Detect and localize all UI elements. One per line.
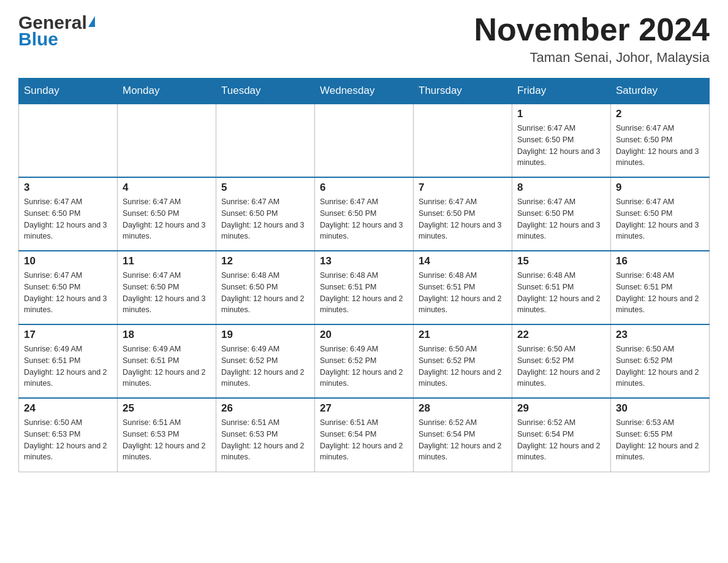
- day-info: Sunrise: 6:51 AM Sunset: 6:53 PM Dayligh…: [123, 417, 211, 463]
- calendar-cell: 3Sunrise: 6:47 AM Sunset: 6:50 PM Daylig…: [19, 177, 118, 251]
- calendar-cell: 24Sunrise: 6:50 AM Sunset: 6:53 PM Dayli…: [19, 398, 118, 472]
- day-number: 11: [123, 255, 211, 267]
- calendar-table: SundayMondayTuesdayWednesdayThursdayFrid…: [18, 78, 710, 472]
- logo-triangle-icon: [88, 16, 95, 27]
- day-number: 2: [616, 108, 704, 120]
- logo: General Blue: [18, 12, 95, 48]
- day-info: Sunrise: 6:50 AM Sunset: 6:52 PM Dayligh…: [616, 343, 704, 389]
- calendar-cell: 16Sunrise: 6:48 AM Sunset: 6:51 PM Dayli…: [611, 251, 710, 324]
- calendar-cell: 27Sunrise: 6:51 AM Sunset: 6:54 PM Dayli…: [315, 398, 414, 472]
- calendar-cell: 17Sunrise: 6:49 AM Sunset: 6:51 PM Dayli…: [19, 324, 118, 398]
- calendar-cell: [19, 104, 118, 177]
- day-number: 20: [320, 329, 408, 341]
- day-number: 5: [221, 182, 309, 194]
- day-number: 16: [616, 255, 704, 267]
- month-title: November 2024: [474, 12, 710, 47]
- day-number: 24: [24, 402, 112, 415]
- day-info: Sunrise: 6:48 AM Sunset: 6:51 PM Dayligh…: [517, 270, 605, 316]
- calendar-cell: 13Sunrise: 6:48 AM Sunset: 6:51 PM Dayli…: [315, 251, 414, 324]
- calendar-cell: 21Sunrise: 6:50 AM Sunset: 6:52 PM Dayli…: [414, 324, 512, 398]
- day-header-sunday: Sunday: [19, 79, 118, 104]
- day-info: Sunrise: 6:47 AM Sunset: 6:50 PM Dayligh…: [123, 270, 211, 316]
- day-number: 4: [123, 182, 211, 194]
- title-area: November 2024 Taman Senai, Johor, Malays…: [474, 12, 710, 66]
- day-info: Sunrise: 6:48 AM Sunset: 6:50 PM Dayligh…: [221, 270, 309, 316]
- day-header-monday: Monday: [118, 79, 216, 104]
- day-number: 21: [419, 329, 507, 341]
- calendar-cell: 14Sunrise: 6:48 AM Sunset: 6:51 PM Dayli…: [414, 251, 512, 324]
- day-info: Sunrise: 6:48 AM Sunset: 6:51 PM Dayligh…: [320, 270, 408, 316]
- day-number: 18: [123, 329, 211, 341]
- calendar-cell: 1Sunrise: 6:47 AM Sunset: 6:50 PM Daylig…: [512, 104, 611, 177]
- day-info: Sunrise: 6:50 AM Sunset: 6:53 PM Dayligh…: [24, 417, 112, 463]
- calendar-cell: 15Sunrise: 6:48 AM Sunset: 6:51 PM Dayli…: [512, 251, 611, 324]
- day-number: 23: [616, 329, 704, 341]
- calendar-cell: 25Sunrise: 6:51 AM Sunset: 6:53 PM Dayli…: [118, 398, 216, 472]
- day-info: Sunrise: 6:48 AM Sunset: 6:51 PM Dayligh…: [616, 270, 704, 316]
- day-info: Sunrise: 6:47 AM Sunset: 6:50 PM Dayligh…: [616, 123, 704, 169]
- day-info: Sunrise: 6:47 AM Sunset: 6:50 PM Dayligh…: [24, 196, 112, 242]
- calendar-cell: 23Sunrise: 6:50 AM Sunset: 6:52 PM Dayli…: [611, 324, 710, 398]
- day-info: Sunrise: 6:47 AM Sunset: 6:50 PM Dayligh…: [123, 196, 211, 242]
- day-info: Sunrise: 6:48 AM Sunset: 6:51 PM Dayligh…: [419, 270, 507, 316]
- day-info: Sunrise: 6:49 AM Sunset: 6:51 PM Dayligh…: [24, 343, 112, 389]
- page-header: General Blue November 2024 Taman Senai, …: [18, 12, 710, 66]
- day-header-friday: Friday: [512, 79, 611, 104]
- calendar-cell: 20Sunrise: 6:49 AM Sunset: 6:52 PM Dayli…: [315, 324, 414, 398]
- day-info: Sunrise: 6:47 AM Sunset: 6:50 PM Dayligh…: [517, 196, 605, 242]
- day-number: 3: [24, 182, 112, 194]
- week-row-5: 24Sunrise: 6:50 AM Sunset: 6:53 PM Dayli…: [19, 398, 710, 472]
- day-info: Sunrise: 6:47 AM Sunset: 6:50 PM Dayligh…: [320, 196, 408, 242]
- calendar-cell: 2Sunrise: 6:47 AM Sunset: 6:50 PM Daylig…: [611, 104, 710, 177]
- calendar-cell: 26Sunrise: 6:51 AM Sunset: 6:53 PM Dayli…: [216, 398, 315, 472]
- day-info: Sunrise: 6:49 AM Sunset: 6:52 PM Dayligh…: [221, 343, 309, 389]
- day-number: 28: [419, 402, 507, 415]
- day-number: 8: [517, 182, 605, 194]
- day-number: 25: [123, 402, 211, 415]
- day-info: Sunrise: 6:47 AM Sunset: 6:50 PM Dayligh…: [517, 123, 605, 169]
- calendar-cell: 8Sunrise: 6:47 AM Sunset: 6:50 PM Daylig…: [512, 177, 611, 251]
- day-number: 19: [221, 329, 309, 341]
- calendar-cell: 10Sunrise: 6:47 AM Sunset: 6:50 PM Dayli…: [19, 251, 118, 324]
- calendar-cell: [118, 104, 216, 177]
- days-header-row: SundayMondayTuesdayWednesdayThursdayFrid…: [19, 79, 710, 104]
- day-header-thursday: Thursday: [414, 79, 512, 104]
- day-number: 26: [221, 402, 309, 415]
- day-info: Sunrise: 6:51 AM Sunset: 6:53 PM Dayligh…: [221, 417, 309, 463]
- day-header-tuesday: Tuesday: [216, 79, 315, 104]
- day-info: Sunrise: 6:47 AM Sunset: 6:50 PM Dayligh…: [419, 196, 507, 242]
- day-info: Sunrise: 6:47 AM Sunset: 6:50 PM Dayligh…: [616, 196, 704, 242]
- day-info: Sunrise: 6:50 AM Sunset: 6:52 PM Dayligh…: [517, 343, 605, 389]
- day-number: 12: [221, 255, 309, 267]
- day-number: 7: [419, 182, 507, 194]
- calendar-cell: 22Sunrise: 6:50 AM Sunset: 6:52 PM Dayli…: [512, 324, 611, 398]
- day-number: 1: [517, 108, 605, 120]
- calendar-cell: 12Sunrise: 6:48 AM Sunset: 6:50 PM Dayli…: [216, 251, 315, 324]
- day-info: Sunrise: 6:47 AM Sunset: 6:50 PM Dayligh…: [24, 270, 112, 316]
- logo-blue: Blue: [18, 30, 58, 48]
- day-info: Sunrise: 6:52 AM Sunset: 6:54 PM Dayligh…: [517, 417, 605, 463]
- day-info: Sunrise: 6:49 AM Sunset: 6:52 PM Dayligh…: [320, 343, 408, 389]
- day-number: 22: [517, 329, 605, 341]
- day-info: Sunrise: 6:52 AM Sunset: 6:54 PM Dayligh…: [419, 417, 507, 463]
- calendar-cell: 30Sunrise: 6:53 AM Sunset: 6:55 PM Dayli…: [611, 398, 710, 472]
- day-info: Sunrise: 6:50 AM Sunset: 6:52 PM Dayligh…: [419, 343, 507, 389]
- day-number: 27: [320, 402, 408, 415]
- week-row-4: 17Sunrise: 6:49 AM Sunset: 6:51 PM Dayli…: [19, 324, 710, 398]
- calendar-cell: 4Sunrise: 6:47 AM Sunset: 6:50 PM Daylig…: [118, 177, 216, 251]
- calendar-cell: 29Sunrise: 6:52 AM Sunset: 6:54 PM Dayli…: [512, 398, 611, 472]
- day-number: 13: [320, 255, 408, 267]
- day-info: Sunrise: 6:49 AM Sunset: 6:51 PM Dayligh…: [123, 343, 211, 389]
- day-header-saturday: Saturday: [611, 79, 710, 104]
- day-number: 9: [616, 182, 704, 194]
- location-subtitle: Taman Senai, Johor, Malaysia: [474, 50, 710, 66]
- calendar-cell: 19Sunrise: 6:49 AM Sunset: 6:52 PM Dayli…: [216, 324, 315, 398]
- calendar-cell: 11Sunrise: 6:47 AM Sunset: 6:50 PM Dayli…: [118, 251, 216, 324]
- day-info: Sunrise: 6:47 AM Sunset: 6:50 PM Dayligh…: [221, 196, 309, 242]
- day-info: Sunrise: 6:51 AM Sunset: 6:54 PM Dayligh…: [320, 417, 408, 463]
- calendar-cell: 18Sunrise: 6:49 AM Sunset: 6:51 PM Dayli…: [118, 324, 216, 398]
- day-number: 6: [320, 182, 408, 194]
- week-row-1: 1Sunrise: 6:47 AM Sunset: 6:50 PM Daylig…: [19, 104, 710, 177]
- calendar-cell: [315, 104, 414, 177]
- week-row-2: 3Sunrise: 6:47 AM Sunset: 6:50 PM Daylig…: [19, 177, 710, 251]
